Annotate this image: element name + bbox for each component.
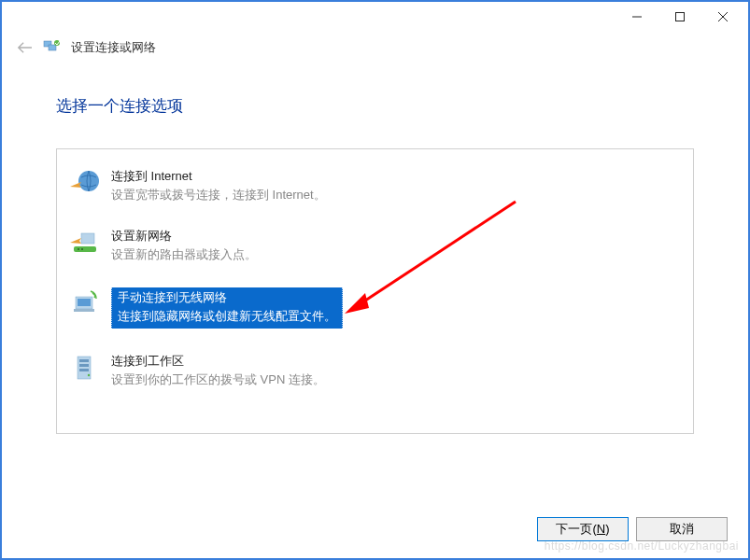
- titlebar: [2, 2, 748, 32]
- page-heading: 选择一个连接选项: [56, 95, 694, 117]
- globe-icon: [68, 166, 102, 200]
- option-connect-internet[interactable]: 连接到 Internet 设置宽带或拨号连接，连接到 Internet。: [57, 159, 693, 213]
- next-label: 下一页(N): [556, 521, 609, 538]
- option-title: 设置新网络: [111, 228, 257, 245]
- wireless-icon: [68, 286, 102, 319]
- cancel-button[interactable]: 取消: [636, 517, 728, 541]
- option-connect-workplace[interactable]: 连接到工作区 设置到你的工作区的拨号或 VPN 连接。: [57, 343, 693, 398]
- option-manual-wireless[interactable]: 手动连接到无线网络 连接到隐藏网络或创建新无线配置文件。: [57, 278, 693, 338]
- svg-rect-8: [81, 233, 94, 244]
- option-desc: 设置新的路由器或接入点。: [111, 246, 257, 263]
- svg-rect-1: [676, 13, 685, 21]
- back-button[interactable]: [17, 41, 32, 54]
- option-desc: 设置到你的工作区的拨号或 VPN 连接。: [111, 371, 325, 388]
- option-new-network[interactable]: 设置新网络 设置新的路由器或接入点。: [57, 218, 693, 273]
- header: 设置连接或网络: [2, 32, 748, 67]
- option-title: 手动连接到无线网络: [118, 289, 336, 306]
- option-desc: 连接到隐藏网络或创建新无线配置文件。: [118, 308, 336, 325]
- close-button[interactable]: [701, 3, 744, 31]
- wizard-icon: [43, 39, 60, 56]
- window-title: 设置连接或网络: [71, 39, 156, 56]
- footer: 下一页(N) 取消: [537, 517, 728, 541]
- svg-rect-5: [49, 45, 56, 50]
- watermark: https://blog.csdn.net/Luckyzhangbai: [545, 539, 739, 553]
- svg-rect-18: [79, 369, 89, 371]
- router-icon: [68, 226, 102, 259]
- server-icon: [68, 351, 102, 385]
- svg-point-11: [81, 248, 83, 250]
- next-button[interactable]: 下一页(N): [537, 517, 629, 541]
- option-desc: 设置宽带或拨号连接，连接到 Internet。: [111, 187, 326, 203]
- minimize-button[interactable]: [616, 3, 658, 31]
- svg-rect-13: [78, 299, 91, 306]
- options-list: 连接到 Internet 设置宽带或拨号连接，连接到 Internet。 设置新…: [56, 148, 694, 434]
- svg-point-19: [88, 374, 90, 376]
- option-title: 连接到工作区: [111, 353, 325, 370]
- maximize-button[interactable]: [658, 3, 701, 31]
- svg-rect-9: [74, 246, 96, 252]
- content: 选择一个连接选项 连接到 Internet 设置宽带或拨号连接，连接到 Inte…: [2, 67, 748, 434]
- svg-rect-17: [79, 364, 89, 367]
- svg-rect-14: [74, 309, 94, 312]
- svg-point-7: [78, 171, 99, 191]
- svg-point-10: [78, 248, 79, 250]
- option-title: 连接到 Internet: [111, 168, 326, 185]
- svg-rect-16: [79, 359, 89, 362]
